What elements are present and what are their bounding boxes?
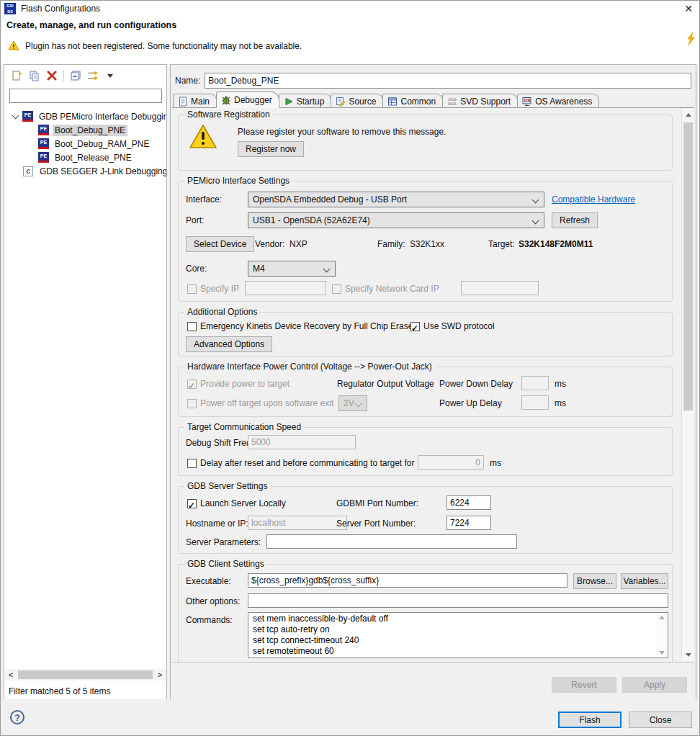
core-label: Core: — [186, 261, 207, 277]
collapse-all-icon[interactable] — [70, 70, 81, 81]
gdbmi-port-input[interactable] — [447, 495, 491, 510]
power-up-delay-input — [521, 395, 549, 410]
commands-textarea[interactable]: set mem inaccessible-by-default off set … — [248, 612, 668, 658]
other-options-input[interactable] — [248, 593, 668, 608]
hostname-input — [248, 516, 347, 530]
scroll-up-icon[interactable] — [682, 109, 694, 121]
ms-label: ms — [555, 376, 566, 392]
warning-message: Plugin has not been registered. Some fun… — [25, 41, 302, 51]
name-label: Name: — [175, 76, 200, 86]
dialog-header-area: S32 DS Flash Configurations ✕ Create, ma… — [1, 1, 700, 64]
dialog-footer: ? Flash Close — [1, 699, 699, 735]
flash-button[interactable]: Flash — [558, 712, 622, 728]
filter-launch-configurations-icon[interactable] — [87, 70, 99, 81]
scroll-down-icon[interactable] — [659, 651, 665, 655]
additional-options-group: Additional Options Emergency Kinetis Dev… — [178, 312, 673, 356]
hostname-label: Hostname or IP: — [186, 516, 248, 531]
select-device-button[interactable]: Select Device — [186, 236, 254, 252]
horizontal-scrollbar-thumb[interactable] — [18, 670, 153, 679]
filter-input[interactable] — [9, 89, 162, 103]
variables-button[interactable]: Variables... — [621, 573, 668, 589]
tree-item-segger-group[interactable]: c GDB SEGGER J-Link Debugging — [4, 164, 166, 178]
toolbar-menu-chevron-icon[interactable] — [104, 70, 116, 81]
tab-label: Main — [191, 97, 210, 107]
scroll-right-icon[interactable]: > — [154, 670, 166, 679]
port-combo[interactable]: USB1 - OpenSDA (52A62E74) — [248, 212, 544, 228]
provide-power-label: Provide power to target — [200, 376, 290, 392]
new-configuration-icon[interactable] — [12, 70, 23, 81]
server-parameters-input[interactable] — [266, 534, 517, 549]
executable-input[interactable] — [248, 573, 567, 588]
help-icon[interactable]: ? — [10, 710, 24, 724]
tree-item-boot-debug-ram-pne[interactable]: PE Boot_Debug_RAM_PNE — [4, 137, 166, 151]
server-parameters-label: Server Parameters: — [186, 534, 261, 550]
register-now-button[interactable]: Register now — [238, 141, 304, 157]
main-tab-icon — [178, 97, 188, 107]
tab-startup[interactable]: Startup — [279, 94, 332, 108]
group-legend: GDB Server Settings — [184, 481, 270, 491]
pemicro-interface-settings-group: PEMicro Interface Settings Interface: Op… — [178, 181, 673, 302]
scroll-down-icon[interactable] — [682, 649, 694, 661]
app-icon-text2: DS — [4, 9, 16, 15]
registration-message: Please register your software to remove … — [238, 124, 446, 140]
tree-item-boot-debug-pne[interactable]: PE Boot_Debug_PNE — [4, 123, 166, 137]
advanced-options-button[interactable]: Advanced Options — [186, 336, 272, 352]
scroll-up-icon[interactable] — [659, 616, 665, 619]
tree-item-boot-release-pne[interactable]: PE Boot_Release_PNE — [4, 151, 166, 164]
vendor-value: NXP — [290, 236, 308, 252]
vertical-scrollbar-thumb[interactable] — [683, 122, 693, 410]
close-icon[interactable]: ✕ — [681, 1, 696, 16]
content-vertical-scrollbar[interactable] — [681, 109, 694, 661]
tree-item-pemicro-group[interactable]: PE GDB PEMicro Interface Debuggir — [4, 109, 166, 123]
window-title: Flash Configurations — [21, 4, 100, 14]
tab-main[interactable]: Main — [173, 94, 217, 108]
launch-server-locally-checkbox[interactable]: Launch Server Locally — [187, 495, 286, 511]
commands-box: set mem inaccessible-by-default off set … — [248, 612, 668, 658]
configurations-tree: PE GDB PEMicro Interface Debuggir PE Boo… — [4, 109, 166, 178]
browse-button[interactable]: Browse... — [573, 573, 616, 589]
toolbar-separator — [63, 70, 64, 81]
refresh-button[interactable]: Refresh — [552, 212, 598, 228]
power-control-group: Hardware Interface Power Control (Voltag… — [178, 367, 673, 417]
emergency-recovery-checkbox[interactable]: Emergency Kinetis Device Recovery by Ful… — [187, 318, 413, 334]
close-button[interactable]: Close — [629, 712, 692, 728]
sidebar-horizontal-scrollbar[interactable]: < > — [5, 669, 166, 681]
server-port-input[interactable] — [447, 516, 491, 530]
duplicate-configuration-icon[interactable] — [29, 70, 40, 81]
emergency-recovery-label: Emergency Kinetis Device Recovery by Ful… — [200, 318, 413, 334]
tab-source[interactable]: Source — [331, 94, 383, 108]
specify-network-label: Specify Network Card IP — [345, 281, 439, 297]
configurations-sidebar: PE GDB PEMicro Interface Debuggir PE Boo… — [4, 64, 167, 701]
power-up-delay-label: Power Up Delay — [439, 395, 502, 411]
tab-os-awareness[interactable]: OS OS Awareness — [517, 94, 599, 108]
gdbmi-port-label: GDBMI Port Number: — [336, 495, 418, 511]
power-down-delay-input — [521, 376, 549, 390]
tab-label: Startup — [297, 97, 325, 107]
executable-label: Executable: — [186, 573, 231, 589]
other-options-label: Other options: — [186, 593, 240, 609]
os-awareness-tab-icon: OS — [522, 97, 532, 107]
compatible-hardware-link[interactable]: Compatible Hardware — [552, 192, 635, 207]
tree-item-label-selected: Boot_Debug_PNE — [53, 125, 127, 136]
network-card-ip-input — [461, 281, 539, 295]
group-legend: PEMicro Interface Settings — [184, 176, 292, 186]
pemicro-icon: PE — [38, 125, 49, 135]
delete-configuration-icon[interactable] — [46, 70, 58, 81]
launch-server-locally-label: Launch Server Locally — [200, 495, 286, 511]
tab-label: OS Awareness — [535, 97, 592, 107]
configuration-name-input[interactable] — [205, 73, 691, 89]
delay-after-reset-checkbox[interactable]: Delay after reset and before communicati… — [187, 455, 415, 471]
scroll-left-icon[interactable]: < — [5, 670, 17, 679]
interface-combo[interactable]: OpenSDA Embedded Debug - USB Port — [248, 192, 544, 207]
tab-debugger[interactable]: Debugger — [216, 91, 279, 108]
tab-svd-support[interactable]: 10100101 SVD Support — [442, 94, 518, 108]
tab-common[interactable]: Common — [382, 94, 443, 108]
expander-chevron-icon[interactable] — [12, 112, 19, 119]
family-label: Family: — [377, 236, 405, 252]
gdb-server-settings-group: GDB Server Settings Launch Server Locall… — [178, 486, 673, 554]
warning-icon — [8, 40, 19, 53]
core-combo[interactable]: M4 — [248, 261, 336, 277]
commands-scrollbar[interactable] — [656, 613, 668, 658]
use-swd-checkbox[interactable]: Use SWD protocol — [410, 318, 495, 334]
group-legend: Hardware Interface Power Control (Voltag… — [184, 362, 435, 372]
